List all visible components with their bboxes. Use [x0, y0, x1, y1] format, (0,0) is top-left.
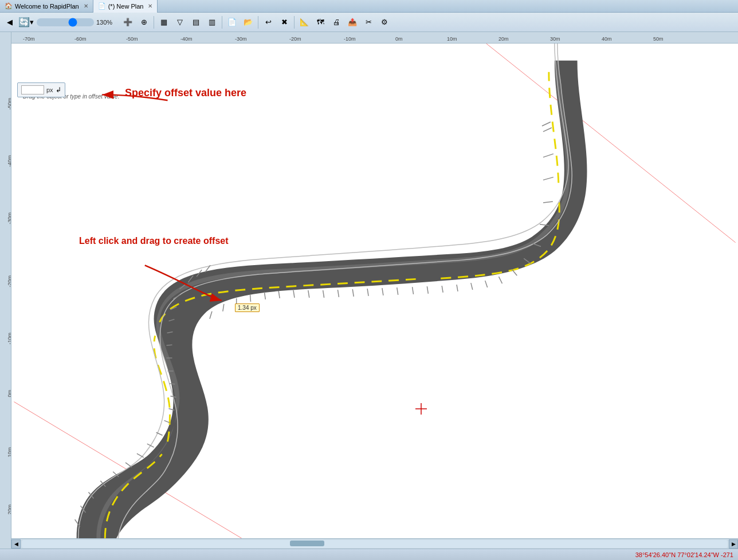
offset-value-input[interactable] — [21, 85, 44, 94]
svg-line-4 — [543, 154, 554, 157]
hscrollbar-track[interactable] — [22, 540, 728, 548]
svg-line-13 — [471, 283, 473, 290]
sep1 — [154, 16, 154, 29]
tab-welcome-label: Welcome to RapidPlan — [15, 3, 79, 10]
ruler-v10: 10m — [7, 447, 11, 458]
svg-line-28 — [250, 294, 251, 302]
ruler-h-50: -50m — [126, 36, 138, 42]
offset-input-box: px ↲ — [17, 82, 65, 97]
ruler-v-40: -40m — [7, 155, 11, 167]
content-area: -50m -40m -30m -20m -10m 0m 10m 20m 30m … — [0, 32, 738, 549]
nav-icon: 🔄 — [18, 17, 30, 27]
svg-line-0 — [486, 44, 736, 243]
svg-line-19 — [382, 288, 383, 295]
tab-welcome[interactable]: 🏠 Welcome to RapidPlan ✕ — [0, 0, 93, 13]
svg-line-2 — [543, 128, 552, 132]
hscrollbar-thumb[interactable] — [290, 541, 324, 546]
svg-line-16 — [427, 286, 428, 294]
tab-newplan-icon: 📄 — [98, 2, 106, 10]
ruler-v20: 20m — [7, 504, 11, 515]
ruler-h-10: -10m — [344, 36, 356, 42]
ruler-h50: 50m — [653, 36, 664, 42]
ruler-v-0: 0m — [7, 390, 11, 397]
tab-newplan[interactable]: 📄 (*) New Plan ✕ — [93, 0, 158, 13]
svg-line-43 — [169, 384, 175, 384]
cut-button[interactable]: ✂ — [361, 15, 376, 30]
table-toggle[interactable]: ▤ — [189, 15, 203, 30]
svg-line-30 — [223, 304, 224, 311]
tab-newplan-close[interactable]: ✕ — [148, 3, 152, 9]
settings-button[interactable]: ⚙ — [377, 15, 392, 30]
grid-toggle[interactable]: ▦ — [156, 15, 171, 30]
delete-button[interactable]: ✖ — [277, 15, 292, 30]
zoom-fit-button[interactable]: ⊕ — [136, 15, 151, 30]
dropdown-icon: ▾ — [30, 18, 34, 26]
ruler-v-10: -10m — [7, 333, 11, 345]
top-ruler: -70m -60m -50m -40m -30m -20m -10m 0m 10… — [11, 32, 738, 44]
open-doc-button[interactable]: 📂 — [241, 15, 256, 30]
ruler-h-30: -30m — [235, 36, 247, 42]
measure-button[interactable]: 📐 — [297, 15, 312, 30]
ruler-h20: 20m — [498, 36, 509, 42]
svg-line-12 — [485, 281, 488, 287]
print-button[interactable]: 🖨 — [329, 15, 344, 30]
ruler-v-20: -20m — [7, 275, 11, 287]
ruler-h-20: -20m — [289, 36, 301, 42]
snap-toggle[interactable]: ▽ — [172, 15, 187, 30]
hscrollbar-container: ◀ ▶ — [11, 538, 738, 549]
scroll-left-button[interactable]: ◀ — [11, 539, 21, 549]
sep4 — [294, 16, 295, 29]
toolbar: ◀ 🔄 ▾ 130% ➕ ⊕ ▦ ▽ ▤ ▥ 📄 📂 ↩ ✖ 📐 🗺 🖨 📤 ✂… — [0, 13, 738, 32]
tab-newplan-label: (*) New Plan — [108, 3, 144, 10]
svg-line-11 — [498, 277, 502, 283]
svg-line-21 — [352, 289, 354, 297]
back-button[interactable]: ◀ — [2, 15, 17, 30]
svg-line-31 — [210, 311, 212, 319]
svg-line-17 — [413, 287, 414, 294]
coordinates-display: 38°54'26.40"N 77°02'14.24"W -271 — [635, 551, 733, 558]
svg-line-6 — [543, 202, 553, 203]
scroll-right-button[interactable]: ▶ — [729, 539, 738, 549]
svg-line-48 — [147, 444, 154, 447]
svg-line-26 — [278, 291, 280, 298]
columns-toggle[interactable]: ▥ — [205, 15, 219, 30]
svg-line-3 — [542, 122, 551, 126]
ruler-h40: 40m — [602, 36, 612, 42]
svg-line-14 — [457, 285, 458, 291]
ruler-v-50: -50m — [7, 98, 11, 110]
zoom-slider[interactable] — [37, 18, 94, 26]
svg-line-15 — [442, 286, 443, 293]
statusbar: 38°54'26.40"N 77°02'14.24"W -271 — [0, 549, 738, 560]
svg-line-27 — [264, 292, 265, 299]
svg-line-23 — [323, 290, 324, 298]
svg-line-20 — [367, 289, 368, 296]
export-button[interactable]: 📤 — [345, 15, 360, 30]
canvas-area[interactable]: .road-outer { fill: #555; stroke: none; … — [11, 44, 738, 538]
sep2 — [222, 16, 222, 29]
titlebar: 🏠 Welcome to RapidPlan ✕ 📄 (*) New Plan … — [0, 0, 738, 13]
ruler-h30: 30m — [550, 36, 560, 42]
offset-unit-label: px — [46, 86, 53, 93]
ruler-h-40: -40m — [180, 36, 193, 42]
svg-line-25 — [293, 290, 295, 298]
svg-line-24 — [308, 290, 309, 298]
nav-dropdown[interactable]: 🔄 ▾ — [18, 15, 33, 30]
tab-welcome-icon: 🏠 — [5, 2, 13, 10]
zoom-in-button[interactable]: ➕ — [120, 15, 135, 30]
map-button[interactable]: 🗺 — [313, 15, 328, 30]
svg-line-18 — [397, 287, 398, 295]
undo-button[interactable]: ↩ — [261, 15, 276, 30]
new-doc-button[interactable]: 📄 — [225, 15, 240, 30]
tab-welcome-close[interactable]: ✕ — [84, 3, 88, 9]
svg-line-40 — [167, 345, 172, 345]
svg-line-5 — [543, 177, 554, 180]
svg-line-22 — [337, 290, 339, 297]
ruler-h10: 10m — [447, 36, 457, 42]
sep3 — [258, 16, 258, 29]
svg-line-50 — [125, 463, 132, 467]
zoom-label: 130% — [96, 19, 117, 26]
ruler-h-0: 0m — [395, 36, 403, 42]
road-drawing: .road-outer { fill: #555; stroke: none; … — [11, 44, 738, 538]
main-area: -70m -60m -50m -40m -30m -20m -10m 0m 10… — [11, 32, 738, 549]
zoom-control: 130% — [37, 18, 117, 26]
